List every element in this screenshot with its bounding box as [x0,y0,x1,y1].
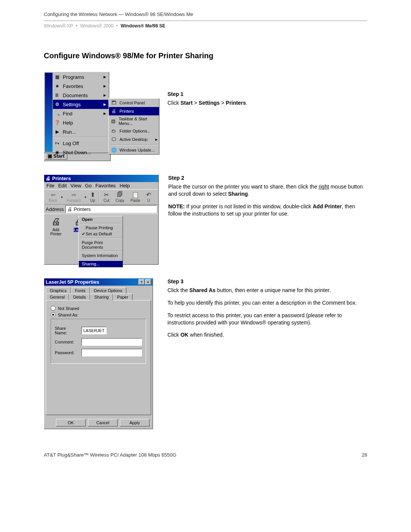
start-menu-item-programs[interactable]: ▦Programs▶ [53,72,108,81]
toolbar: ⬅Back ▾ ➡Forward ▾ ⬆Up ✂Cut 🗐Copy 📋Paste… [44,189,158,204]
step2-title: Step 2 [168,174,367,182]
undo-icon: ↶ [146,191,151,198]
submenu-item-folder-options[interactable]: 🗀Folder Options... [109,127,159,135]
menu-separator [54,137,107,138]
menu-favorites[interactable]: Favorites [96,183,116,189]
menu-go[interactable]: Go [85,183,91,189]
breadcrumb-item-active[interactable]: Windows® Me/98 SE [121,23,165,29]
tb-cut-button[interactable]: ✂Cut [100,190,113,203]
menu-separator [80,223,122,224]
tb-dropdown[interactable]: ▾ [84,194,87,200]
start-menu-item-shutdown[interactable]: ◉Shut Down... [53,148,108,157]
not-shared-radio[interactable]: Not Shared [51,306,146,311]
context-menu: Open Pause Printing ✔Set as Default Purg… [78,216,123,267]
forward-icon: ➡ [71,191,76,198]
start-menu-item-favorites[interactable]: ★Favorites▶ [53,81,108,91]
menu-separator [80,238,122,239]
back-icon: ⬅ [51,191,56,198]
start-menu-item-logoff[interactable]: 🗝Log Off [53,139,108,148]
share-name-input[interactable]: LASERJET [81,327,107,334]
tab-graphics[interactable]: Graphics [46,287,71,294]
start-menu-item-settings[interactable]: ⚙Settings▶ [53,100,108,109]
comment-input[interactable] [81,338,142,346]
tb-paste-button[interactable]: 📋Paste [127,190,143,203]
tab-body: Not Shared Shared As: Share Name: LASERJ… [46,300,151,415]
windows-update-icon: 🌐 [110,147,117,153]
close-button[interactable]: × [145,279,151,285]
share-name-label: Share Name: [55,326,79,335]
tb-dropdown[interactable]: ▾ [60,194,64,200]
step3-text1: Click the Shared As button, then enter a… [167,287,367,294]
radio-icon [51,312,56,317]
dropdown-icon: ▾ [84,195,86,199]
tb-up-button[interactable]: ⬆Up [87,190,98,203]
context-purge[interactable]: Purge Print Documents [79,240,123,250]
menubar: File Edit View Go Favorites Help [44,182,158,189]
step2-note: NOTE: If your printer is not listed in t… [168,203,367,217]
menu-separator [80,251,122,252]
breadcrumb-item[interactable]: Windows® XP [44,23,73,29]
control-panel-icon: 🗔 [110,100,117,106]
page-header: Configuring the Wireless Network — Windo… [44,11,367,19]
submenu-item-printers[interactable]: 🖨Printers [109,107,159,115]
radio-icon [51,306,56,311]
start-menu-item-help[interactable]: ❓Help [53,118,108,127]
cancel-button[interactable]: Cancel [88,419,118,427]
menu-edit[interactable]: Edit [58,183,67,189]
tab-paper[interactable]: Paper [113,294,132,300]
start-menu-item-run[interactable]: ▶Run... [53,127,108,136]
active-desktop-icon: 🖵 [110,136,117,142]
shared-as-radio[interactable]: Shared As: [51,312,146,317]
context-sharing[interactable]: Sharing... [79,261,123,267]
favorites-icon: ★ [54,83,61,89]
tb-copy-button[interactable]: 🗐Copy [112,190,127,203]
ok-button[interactable]: OK [56,419,86,427]
taskbar-icon: ▤ [110,118,116,124]
step3-text3: To restrict access to this printer, you … [167,312,367,326]
menu-file[interactable]: File [46,183,54,189]
tab-sharing[interactable]: Sharing [90,294,113,300]
window-titlebar: 🖨 Printers [44,175,158,182]
step1-title: Step 1 [167,91,367,98]
help-button[interactable]: ? [139,279,145,285]
step3-text4: Click OK when finished. [167,331,367,339]
properties-dialog: LaserJet 5P Properties ? × Graphics Font… [44,278,153,429]
breadcrumb: Windows® XP • Windows® 2000 • Windows® M… [44,23,367,29]
tab-details[interactable]: Details [69,294,90,300]
tb-forward-button[interactable]: ➡Forward [64,190,84,203]
breadcrumb-item[interactable]: Windows® 2000 [80,23,114,29]
start-menu-item-documents[interactable]: 🗎Documents▶ [53,91,108,100]
submenu-item-active-desktop[interactable]: 🖵Active Desktop▶ [109,135,159,144]
add-printer-icon[interactable]: 🖨 Add Printer [46,216,65,262]
windows-logo-icon: ▣ [48,153,52,159]
context-open[interactable]: Open [79,216,123,222]
context-sysinfo[interactable]: System Information [79,252,123,259]
step1-text: Click Start > Settings > Printers. [167,99,367,107]
menu-view[interactable]: View [70,183,81,189]
submenu-item-control-panel[interactable]: 🗔Control Panel [109,99,159,107]
password-input[interactable] [81,349,142,356]
address-field[interactable]: 🖨 Printers [65,205,157,213]
menu-help[interactable]: Help [119,183,130,189]
tab-fonts[interactable]: Fonts [71,287,90,294]
start-menu: ▦Programs▶ ★Favorites▶ 🗎Documents▶ ⚙Sett… [44,72,109,153]
paste-icon: 📋 [132,191,139,198]
address-bar: Address 🖨 Printers [44,204,158,214]
context-pause[interactable]: Pause Printing [79,225,123,231]
printers-title-icon: 🖨 [46,176,51,181]
password-label: Password: [55,350,79,355]
apply-button[interactable]: Apply [120,419,150,427]
tab-general[interactable]: General [46,294,69,300]
start-menu-item-find[interactable]: 🔍Find▶ [53,109,108,118]
tb-back-button[interactable]: ⬅Back [46,190,60,203]
submenu-item-taskbar[interactable]: ▤Taskbar & Start Menu... [109,115,159,127]
tab-device-options[interactable]: Device Options [90,287,127,294]
tb-undo-button[interactable]: ↶U [143,190,154,203]
documents-icon: 🗎 [54,92,61,98]
context-default[interactable]: ✔Set as Default [79,231,123,237]
toolbar-separator [99,191,100,203]
dialog-buttons: OK Cancel Apply [44,417,153,429]
comment-label: Comment: [55,340,79,344]
submenu-item-windows-update[interactable]: 🌐Windows Update... [109,146,159,154]
tabs-row-bottom: General Details Sharing Paper [44,294,153,300]
